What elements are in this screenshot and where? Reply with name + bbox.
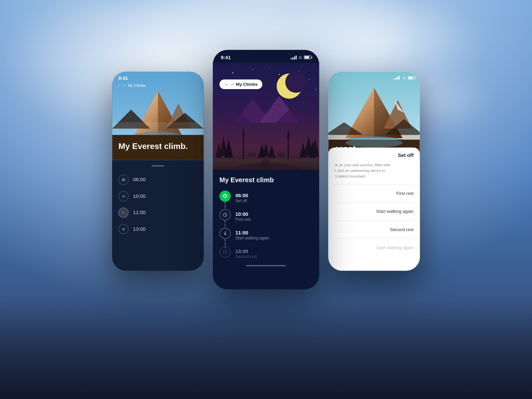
- sheet-item-label-3: Start walking again: [376, 245, 413, 250]
- power-icon: [222, 194, 228, 199]
- svg-rect-48: [254, 153, 255, 158]
- svg-rect-46: [249, 153, 249, 158]
- timeline-item-3[interactable]: 13:00 Second rest: [219, 246, 313, 259]
- sheet-divider-3: [334, 238, 414, 238]
- svg-point-22: [285, 71, 307, 93]
- phone-left: 9:41: [112, 72, 204, 271]
- battery-icon-right: [408, 76, 415, 79]
- phones-container: 9:41: [116, 50, 416, 349]
- walk-icon: [222, 231, 228, 236]
- battery-fill: [305, 56, 309, 59]
- list-item-1[interactable]: ⊖ 10:00: [112, 188, 204, 204]
- time-left: 9:41: [118, 75, 128, 81]
- status-bar-center: 9:41 ⊙: [213, 50, 319, 63]
- sheet-divider-1: [334, 202, 414, 202]
- sheet-item-3[interactable]: Start walking again: [334, 241, 414, 254]
- battery-fill-right: [409, 76, 413, 79]
- list-item-0[interactable]: ⏻ 06:00: [112, 172, 204, 188]
- status-bar-left: 9:41: [112, 72, 204, 83]
- icon-walk-left: 🚶: [118, 207, 128, 217]
- signal-bar-4: [296, 56, 297, 60]
- timeline-text-1: 10:00 First rest: [235, 209, 313, 222]
- timeline-text-0: 06:00 Set off: [235, 191, 313, 203]
- sheet-desc-text2: l, and an unwavering desire to: [334, 168, 385, 173]
- sheet-item-2[interactable]: Second rest: [334, 223, 414, 236]
- t-time-3: 13:00: [235, 248, 313, 254]
- home-indicator-center: [246, 265, 286, 266]
- svg-rect-51: [283, 153, 284, 158]
- t-label-2: Start walking again: [235, 236, 313, 240]
- svg-rect-9: [112, 122, 204, 135]
- svg-point-13: [279, 74, 280, 75]
- svg-point-12: [252, 69, 253, 70]
- bottom-sheet-right: Set off rk on your epic journey, filled …: [328, 148, 420, 271]
- back-button-center[interactable]: ← ← My Climbs: [219, 79, 262, 89]
- top-section-right: ⊙: [328, 72, 420, 160]
- list-item-2[interactable]: 🚶 11:00: [112, 204, 204, 221]
- back-label-left: ← My Climbs: [123, 83, 146, 87]
- phone-right: ⊙: [328, 72, 420, 271]
- signal-icon-right: [394, 76, 400, 79]
- content-area-center: My Everest climb 06:00 Set off: [213, 170, 319, 289]
- hero-image-left: ← ← My Climbs My Everest climb.: [112, 72, 204, 160]
- time-1-left: 10:00: [133, 194, 146, 199]
- status-icons-center: ⊙: [291, 55, 311, 60]
- back-nav-left[interactable]: ← ← My Climbs: [117, 83, 146, 88]
- svg-point-11: [232, 72, 233, 73]
- t-time-0: 06:00: [235, 193, 313, 199]
- svg-rect-50: [281, 153, 281, 158]
- t-label-1: First rest: [235, 217, 313, 222]
- signal-bar-r1: [394, 78, 395, 80]
- sheet-divider-0: [334, 184, 414, 185]
- svg-rect-47: [251, 153, 252, 158]
- svg-point-15: [309, 79, 310, 80]
- clock-icon: [222, 212, 228, 217]
- signal-bar-2: [292, 58, 293, 60]
- icon-minus2-left: ⊖: [118, 224, 128, 234]
- time-center: 9:41: [221, 55, 231, 60]
- timeline-item-0[interactable]: 06:00 Set off: [219, 191, 313, 203]
- sheet-desc-text: rk on your epic journey, filled with: [334, 163, 390, 167]
- timeline-text-2: 11:00 Start walking again: [235, 228, 313, 240]
- status-bar-right: ⊙: [328, 72, 420, 82]
- t-label-3: Second rest: [235, 254, 313, 259]
- drag-handle-left[interactable]: [152, 165, 164, 167]
- timeline: 06:00 Set off 10:00 First: [219, 191, 313, 259]
- sheet-item-label-1: Start walking again: [376, 209, 413, 214]
- night-scene: ← ← My Climbs: [213, 63, 319, 183]
- hero-title-right: erest: [334, 144, 356, 153]
- signal-bar-r4: [399, 76, 400, 79]
- signal-bar-1: [291, 58, 292, 60]
- title-right: erest: [334, 144, 356, 154]
- sheet-item-0[interactable]: First rest: [334, 187, 414, 200]
- battery-icon: [304, 56, 311, 59]
- timeline-icon-1: [219, 209, 231, 220]
- signal-bar-r3: [397, 77, 398, 80]
- back-arrow-icon: ←: [224, 82, 228, 87]
- time-2-left: 11:00: [133, 210, 146, 215]
- timeline-icon-3: [219, 246, 231, 258]
- back-icon-left: ←: [117, 83, 121, 88]
- sheet-item-label-0: First rest: [396, 191, 414, 196]
- timeline-icon-2: [219, 228, 231, 239]
- sheet-item-1[interactable]: Start walking again: [334, 205, 414, 218]
- icon-minus-left: ⊖: [118, 191, 128, 201]
- sheet-desc-text3: 's tallest mountain!: [334, 174, 366, 179]
- timeline-text-3: 13:00 Second rest: [235, 246, 313, 259]
- timeline-item-2[interactable]: 11:00 Start walking again: [219, 228, 313, 240]
- signal-bar-r2: [396, 78, 397, 80]
- wifi-icon: ⊙: [299, 55, 302, 60]
- signal-icon: [291, 56, 297, 60]
- signal-bar-3: [294, 57, 295, 60]
- t-time-1: 10:00: [235, 211, 313, 217]
- t-label-0: Set off: [235, 199, 313, 203]
- sheet-divider-2: [334, 220, 414, 220]
- icon-power-left: ⏻: [118, 175, 128, 185]
- svg-point-55: [225, 231, 226, 232]
- t-time-2: 11:00: [235, 230, 313, 236]
- list-item-3[interactable]: ⊖ 13:00: [112, 221, 204, 237]
- back-nav-center: ← ← My Climbs: [219, 79, 262, 89]
- svg-point-18: [269, 67, 270, 68]
- timeline-item-1[interactable]: 10:00 First rest: [219, 209, 313, 222]
- phone-center: 9:41 ⊙: [213, 50, 319, 289]
